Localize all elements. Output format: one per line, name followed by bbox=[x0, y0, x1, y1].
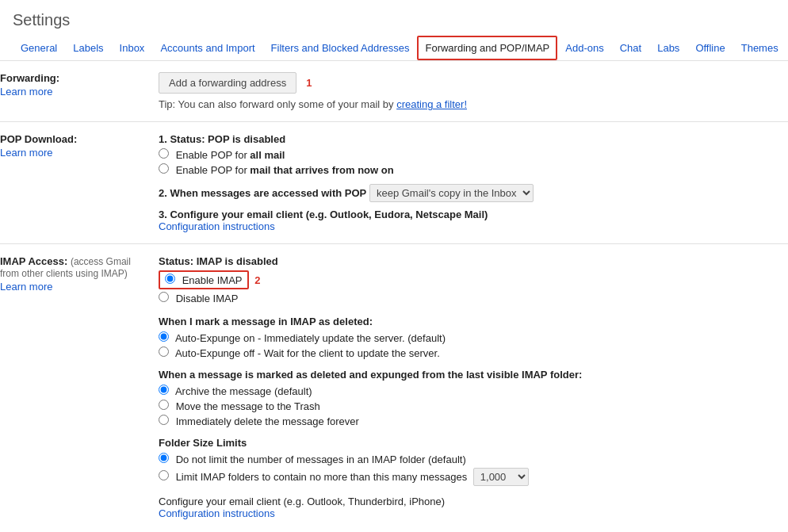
page-title: Settings bbox=[0, 0, 788, 36]
add-forwarding-address-button[interactable]: Add a forwarding address bbox=[159, 72, 296, 94]
imap-auto-expunge-on-radio[interactable] bbox=[159, 331, 169, 342]
imap-auto-expunge-off[interactable]: Auto-Expunge off - Wait for the client t… bbox=[159, 346, 788, 359]
imap-limit-radio[interactable] bbox=[159, 470, 169, 480]
pop-radio-from-now-input[interactable] bbox=[159, 163, 169, 174]
imap-content: Status: IMAP is disabled Enable IMAP 2 D… bbox=[159, 255, 788, 519]
forwarding-section: Forwarding: Learn more Add a forwarding … bbox=[0, 61, 788, 122]
forwarding-content: Add a forwarding address 1 Tip: You can … bbox=[159, 72, 788, 110]
nav-offline[interactable]: Offline bbox=[687, 36, 733, 60]
imap-radio-group: Enable IMAP 2 Disable IMAP bbox=[159, 270, 788, 304]
nav-labels[interactable]: Labels bbox=[65, 36, 111, 60]
imap-folder-limit-select[interactable]: 1,000 2,000 5,000 10,000 bbox=[473, 468, 529, 486]
pop-radio-from-now[interactable]: Enable POP for mail that arrives from no… bbox=[159, 163, 788, 176]
pop-config-instructions-link[interactable]: Configuration instructions bbox=[159, 220, 275, 232]
imap-enable-label[interactable]: Enable IMAP 2 bbox=[159, 270, 788, 289]
forwarding-learn-more[interactable]: Learn more bbox=[0, 86, 149, 98]
imap-archive-radio[interactable] bbox=[159, 385, 169, 395]
imap-config-label: Configure your email client (e.g. Outloo… bbox=[159, 496, 445, 507]
imap-archive-message[interactable]: Archive the message (default) bbox=[159, 385, 788, 397]
annotation-2: 2 bbox=[254, 274, 260, 286]
imap-learn-more[interactable]: Learn more bbox=[0, 281, 149, 293]
imap-folder-section: Folder Size Limits Do not limit the numb… bbox=[159, 437, 788, 486]
imap-disable-radio[interactable] bbox=[159, 292, 169, 302]
imap-folder-radio-group: Do not limit the number of messages in a… bbox=[159, 453, 788, 486]
nav-addons[interactable]: Add-ons bbox=[557, 36, 611, 60]
nav-inbox[interactable]: Inbox bbox=[112, 36, 153, 60]
imap-config-instructions-link[interactable]: Configuration instructions bbox=[159, 507, 275, 519]
imap-delete-forever-radio[interactable] bbox=[159, 415, 169, 425]
imap-status: Status: IMAP is disabled bbox=[159, 255, 788, 267]
nav-labs[interactable]: Labs bbox=[649, 36, 687, 60]
imap-auto-expunge-off-radio[interactable] bbox=[159, 346, 169, 357]
pop-learn-more[interactable]: Learn more bbox=[0, 147, 149, 159]
nav-general[interactable]: General bbox=[13, 36, 65, 60]
nav-chat[interactable]: Chat bbox=[612, 36, 649, 60]
annotation-1: 1 bbox=[306, 77, 312, 89]
pop-radio-group: Enable POP for all mail Enable POP for m… bbox=[159, 148, 788, 176]
nav-themes[interactable]: Themes bbox=[733, 36, 786, 60]
nav-forwarding[interactable]: Forwarding and POP/IMAP bbox=[417, 36, 557, 60]
imap-enable-radio[interactable] bbox=[165, 274, 175, 284]
pop-step2: 2. When messages are accessed with POP k… bbox=[159, 184, 788, 202]
settings-nav: General Labels Inbox Accounts and Import… bbox=[0, 36, 788, 61]
imap-move-trash[interactable]: Move the message to the Trash bbox=[159, 400, 788, 412]
imap-no-limit-radio[interactable] bbox=[159, 453, 169, 463]
pop-label: POP Download: Learn more bbox=[0, 133, 159, 232]
imap-enable-box: Enable IMAP bbox=[159, 270, 249, 289]
pop-status: 1. Status: POP is disabled bbox=[159, 133, 788, 145]
creating-filter-link[interactable]: creating a filter! bbox=[396, 98, 467, 110]
pop-section: POP Download: Learn more 1. Status: POP … bbox=[0, 122, 788, 244]
pop-access-select[interactable]: keep Gmail's copy in the Inbox archive G… bbox=[369, 184, 534, 202]
pop-radio-all-mail-input[interactable] bbox=[159, 148, 169, 159]
imap-delete-forever[interactable]: Immediately delete the message forever bbox=[159, 415, 788, 427]
imap-label: IMAP Access: (access Gmail from other cl… bbox=[0, 255, 159, 519]
imap-expunged-section: When a message is marked as deleted and … bbox=[159, 369, 788, 427]
imap-limit[interactable]: Limit IMAP folders to contain no more th… bbox=[159, 468, 788, 486]
imap-trash-radio[interactable] bbox=[159, 400, 169, 410]
nav-accounts-import[interactable]: Accounts and Import bbox=[152, 36, 262, 60]
pop-step3-label: 3. Configure your email client (e.g. Out… bbox=[159, 209, 488, 220]
imap-section: IMAP Access: (access Gmail from other cl… bbox=[0, 244, 788, 530]
forwarding-tip: Tip: You can also forward only some of y… bbox=[159, 98, 788, 110]
forwarding-label: Forwarding: Learn more bbox=[0, 72, 159, 110]
imap-disable-label[interactable]: Disable IMAP bbox=[159, 292, 788, 304]
nav-filters[interactable]: Filters and Blocked Addresses bbox=[263, 36, 418, 60]
imap-deleted-radio-group: Auto-Expunge on - Immediately update the… bbox=[159, 331, 788, 359]
pop-content: 1. Status: POP is disabled Enable POP fo… bbox=[159, 133, 788, 232]
imap-expunged-radio-group: Archive the message (default) Move the m… bbox=[159, 385, 788, 427]
imap-auto-expunge-on[interactable]: Auto-Expunge on - Immediately update the… bbox=[159, 331, 788, 344]
imap-deleted-section: When I mark a message in IMAP as deleted… bbox=[159, 316, 788, 359]
imap-config-section: Configure your email client (e.g. Outloo… bbox=[159, 496, 788, 519]
pop-step3: 3. Configure your email client (e.g. Out… bbox=[159, 209, 788, 232]
pop-radio-all-mail[interactable]: Enable POP for all mail bbox=[159, 148, 788, 161]
imap-no-limit[interactable]: Do not limit the number of messages in a… bbox=[159, 453, 788, 465]
